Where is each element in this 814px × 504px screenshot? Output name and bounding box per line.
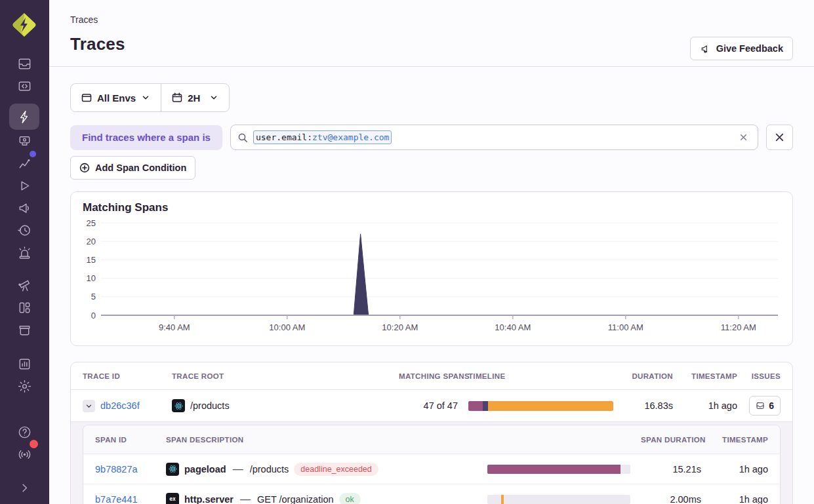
metrics-notification-dot	[30, 151, 36, 157]
col-span-id: Span ID	[95, 436, 155, 444]
sidebar-item-metrics[interactable]	[13, 152, 35, 174]
col-trace-root: Trace Root	[172, 372, 388, 380]
chart-title: Matching Spans	[83, 201, 781, 214]
span-timestamp: 1h ago	[739, 494, 768, 504]
main-content: Traces Traces Give Feedback All Envs 2H …	[49, 0, 814, 504]
span-duration: 2.00ms	[641, 494, 701, 504]
archive-box-icon	[17, 322, 32, 338]
span-table-row: 9b78827a pageload — /products deadline_e…	[83, 454, 780, 484]
col-timeline: Timeline	[468, 372, 617, 380]
col-span-timestamp: Timestamp	[712, 436, 768, 444]
trace-id-link[interactable]: db26c36f	[100, 400, 140, 411]
plus-circle-icon	[79, 163, 90, 173]
span-duration: 15.21s	[641, 464, 701, 475]
span-id-link[interactable]: 9b78827a	[95, 464, 155, 475]
svg-text:20: 20	[87, 237, 96, 246]
col-span-duration: Span Duration	[641, 436, 701, 444]
give-feedback-button[interactable]: Give Feedback	[690, 37, 793, 60]
token-key: user.email:	[256, 132, 312, 142]
whats-new-notification-dot	[30, 440, 38, 448]
sidebar-item-dashboards[interactable]	[13, 296, 35, 319]
profiling-icon	[17, 134, 32, 149]
collapse-trace-button[interactable]	[83, 400, 95, 412]
matching-spans-card: Matching Spans 05101520259:40 AM10:00 AM…	[70, 191, 793, 346]
token-value: ztv@example.com	[312, 132, 389, 142]
svg-text:0: 0	[91, 311, 96, 320]
page-header: Traces Traces Give Feedback	[49, 0, 814, 67]
time-range-label: 2H	[188, 92, 200, 104]
issues-icon	[756, 401, 765, 410]
environment-filter[interactable]: All Envs	[71, 84, 161, 111]
clear-search-button[interactable]	[736, 130, 751, 145]
span-search-input[interactable]: user.email:ztv@example.com	[230, 125, 758, 150]
sidebar-item-alerts[interactable]	[13, 241, 35, 263]
sidebar-item-feedback[interactable]	[13, 197, 35, 219]
matching-spans-count: 47 of 47	[399, 400, 458, 411]
sidebar-item-settings[interactable]	[13, 375, 35, 397]
traces-table-header: Trace ID Trace Root Matching Spans Timel…	[71, 362, 792, 390]
issues-icon	[17, 56, 32, 71]
expanded-trace-zone: Span ID Span Description Span Duration T…	[71, 421, 792, 504]
matching-spans-chart: 05101520259:40 AM10:00 AM10:20 AM10:40 A…	[83, 217, 782, 336]
broadcast-icon	[17, 447, 32, 462]
search-icon	[237, 132, 248, 143]
svg-text:10:00 AM: 10:00 AM	[269, 322, 305, 332]
svg-text:25: 25	[87, 218, 96, 228]
help-icon	[17, 425, 32, 440]
sidebar-item-traces[interactable]	[9, 104, 39, 130]
sidebar-item-stats[interactable]	[13, 353, 35, 375]
calendar-icon	[172, 92, 182, 103]
time-range-filter[interactable]: 2H	[161, 84, 229, 111]
sidebar-item-whats-new[interactable]	[13, 443, 35, 465]
close-icon	[774, 132, 785, 143]
trace-root-name: /products	[190, 400, 230, 411]
express-icon: ex	[166, 493, 179, 504]
megaphone-icon	[700, 43, 711, 54]
svg-text:10:40 AM: 10:40 AM	[495, 322, 531, 332]
chevron-right-icon	[17, 480, 32, 495]
trace-timeline-bar	[468, 401, 613, 411]
projects-icon	[17, 79, 32, 94]
react-icon	[166, 463, 179, 476]
span-description: GET /organization	[257, 494, 334, 504]
col-issues: Issues	[748, 372, 781, 380]
trace-issues-count: 6	[769, 400, 774, 411]
app-logo[interactable]	[11, 12, 37, 38]
sidebar-collapse-button[interactable]	[13, 476, 35, 499]
sidebar-item-discover[interactable]	[13, 274, 35, 296]
search-filter-token[interactable]: user.email:ztv@example.com	[253, 130, 392, 144]
sidebar-item-issues[interactable]	[13, 52, 35, 75]
span-description: /products	[250, 464, 289, 475]
svg-text:11:00 AM: 11:00 AM	[608, 322, 643, 332]
add-span-condition-button[interactable]: Add Span Condition	[70, 156, 195, 180]
sidebar-item-replays[interactable]	[13, 174, 35, 197]
react-icon	[172, 399, 185, 412]
span-operation: http.server	[184, 494, 234, 504]
sidebar-item-profiling[interactable]	[13, 130, 35, 152]
span-status-badge: ok	[339, 493, 361, 504]
span-id-link[interactable]: b7a7e441	[95, 494, 155, 504]
environment-icon	[81, 92, 92, 103]
sidebar-item-projects[interactable]	[13, 75, 35, 97]
dashboards-icon	[17, 300, 32, 315]
history-clock-icon	[17, 223, 32, 238]
remove-condition-button[interactable]	[766, 125, 793, 150]
chevron-down-icon	[85, 402, 92, 410]
breadcrumb[interactable]: Traces	[70, 14, 793, 25]
svg-text:11:20 AM: 11:20 AM	[721, 322, 756, 332]
col-trace-id: Trace ID	[83, 372, 161, 380]
span-timeline-bar	[487, 465, 630, 474]
sidebar-item-archive[interactable]	[13, 319, 35, 341]
spans-table: Span ID Span Description Span Duration T…	[83, 425, 781, 504]
trace-duration: 16.83s	[627, 400, 673, 411]
stats-icon	[17, 357, 32, 372]
query-condition-label: Find traces where a span is	[70, 125, 222, 150]
span-timestamp: 1h ago	[739, 464, 768, 475]
give-feedback-label: Give Feedback	[716, 43, 783, 54]
trace-issues-button[interactable]: 6	[749, 396, 781, 416]
add-span-condition-label: Add Span Condition	[95, 163, 186, 173]
col-span-description: Span Description	[166, 436, 477, 444]
separator: —	[239, 494, 252, 504]
page-filter-bar: All Envs 2H	[70, 83, 230, 112]
sidebar-item-releases[interactable]	[13, 219, 35, 241]
